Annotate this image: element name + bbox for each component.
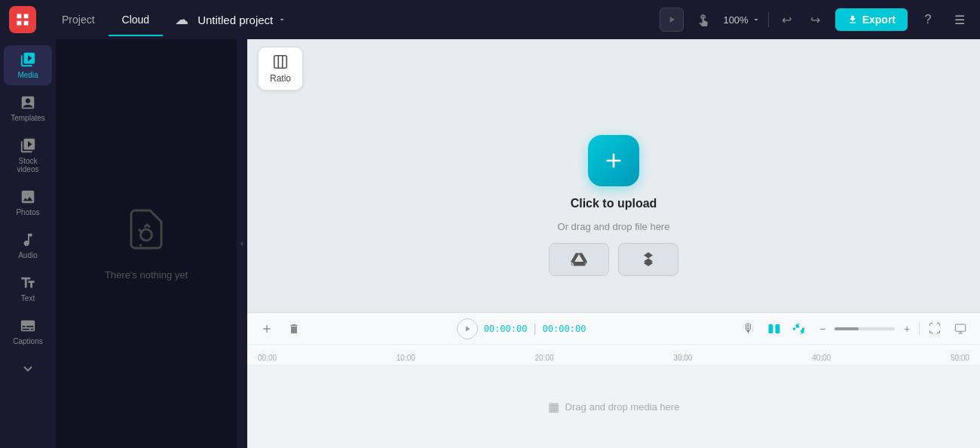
sidebar-item-stock-videos[interactable]: Stock videos — [4, 131, 52, 180]
timecode-current: 00:00:00 — [484, 324, 528, 334]
cloud-icon: ☁ — [175, 11, 188, 28]
snap-button[interactable] — [789, 318, 810, 339]
ruler-mark-3: 30:00 — [673, 354, 692, 362]
cloud-upload-buttons — [549, 243, 678, 276]
canvas-toolbar: Ratio — [247, 39, 980, 98]
timeline: 00:00:00 | 00:00:00 🎙 − — [247, 312, 980, 448]
sidebar-item-photos[interactable]: Photos — [4, 183, 52, 222]
canvas-timeline-area: Ratio Click to upload Or drag and drop f… — [247, 39, 980, 448]
timeline-playback: 00:00:00 | 00:00:00 — [457, 318, 586, 339]
main-layout: Media Templates Stock videos Photos Audi… — [0, 39, 980, 448]
sidebar-item-templates-label: Templates — [11, 114, 45, 122]
empty-state-text: There's nothing yet — [105, 269, 188, 281]
sidebar-item-media-label: Media — [17, 71, 38, 79]
tab-cloud[interactable]: Cloud — [109, 9, 164, 30]
tab-project[interactable]: Project — [48, 9, 109, 30]
timeline-toolbar: 00:00:00 | 00:00:00 🎙 − — [247, 313, 980, 345]
sidebar-item-stock-videos-label: Stock videos — [7, 157, 49, 173]
upload-area: Click to upload Or drag and drop file he… — [549, 135, 678, 276]
drag-drop-label: Drag and drop media here — [565, 401, 680, 413]
svg-rect-2 — [274, 56, 287, 69]
media-panel: There's nothing yet — [56, 39, 237, 448]
header-center: ☁ Untitled project 100% ↩ ↪ Export ? — [175, 8, 971, 32]
header-tabs: Project Cloud — [48, 9, 163, 30]
ruler-marks: 00:00 10:00 20:00 30:00 40:00 50:00 — [247, 354, 980, 362]
sidebar: Media Templates Stock videos Photos Audi… — [0, 39, 56, 448]
sidebar-item-templates[interactable]: Templates — [4, 88, 52, 128]
svg-point-0 — [140, 229, 152, 241]
split-tool-button[interactable] — [256, 318, 277, 339]
timeline-tracks[interactable]: ▦ Drag and drop media here — [247, 366, 980, 448]
zoom-slider[interactable] — [835, 327, 895, 330]
microphone-button[interactable]: 🎙 — [738, 318, 759, 339]
fullscreen-button[interactable]: ⛶ — [924, 318, 945, 339]
settings-button[interactable] — [950, 318, 971, 339]
divider — [919, 323, 920, 335]
ratio-button[interactable]: Ratio — [258, 47, 303, 91]
zoom-in-button[interactable]: + — [899, 321, 914, 336]
sidebar-item-captions[interactable]: Captions — [4, 311, 52, 351]
sidebar-item-audio[interactable]: Audio — [4, 226, 52, 265]
panel-collapse-handle[interactable] — [237, 39, 247, 448]
delete-tool-button[interactable] — [283, 318, 305, 339]
timecode-divider: | — [533, 322, 536, 336]
timecode-total: 00:00:00 — [543, 324, 586, 334]
sidebar-item-audio-label: Audio — [18, 251, 38, 259]
sidebar-item-more[interactable] — [4, 354, 52, 383]
sidebar-item-text-label: Text — [21, 294, 35, 302]
timeline-play-button[interactable] — [457, 318, 478, 339]
upload-button[interactable] — [588, 135, 639, 186]
ruler-mark-4: 40:00 — [812, 354, 831, 362]
ruler-mark-1: 10:00 — [397, 354, 415, 362]
google-drive-button[interactable] — [549, 243, 609, 276]
timeline-right-tools: 🎙 − + ⛶ — [738, 318, 971, 339]
empty-state-icon — [124, 207, 169, 260]
zoom-control[interactable]: 100% — [723, 14, 760, 26]
sidebar-item-text[interactable]: Text — [4, 268, 52, 308]
ruler-mark-5: 50:00 — [951, 354, 969, 362]
canvas-area: Ratio Click to upload Or drag and drop f… — [247, 39, 980, 312]
header-controls: 100% ↩ ↪ — [660, 8, 825, 32]
ruler-mark-2: 20:00 — [535, 354, 554, 362]
panel-empty-state: There's nothing yet — [105, 207, 188, 281]
upload-secondary-text: Or drag and drop file here — [558, 221, 670, 232]
sidebar-item-captions-label: Captions — [13, 337, 42, 345]
ratio-label: Ratio — [270, 73, 291, 84]
header: Project Cloud ☁ Untitled project 100% ↩ … — [0, 0, 980, 39]
export-button[interactable]: Export — [835, 8, 908, 31]
split-clip-button[interactable] — [764, 318, 785, 339]
drag-drop-media-hint: ▦ Drag and drop media here — [548, 400, 680, 414]
redo-button[interactable]: ↪ — [805, 9, 826, 30]
svg-rect-5 — [955, 324, 965, 331]
divider — [768, 12, 769, 27]
sidebar-item-photos-label: Photos — [16, 208, 39, 216]
preview-play-button[interactable] — [660, 8, 684, 32]
undo-button[interactable]: ↩ — [776, 9, 798, 30]
zoom-out-button[interactable]: − — [815, 321, 830, 336]
svg-rect-3 — [769, 324, 773, 333]
app-logo[interactable] — [9, 6, 36, 33]
sidebar-item-media[interactable]: Media — [4, 45, 52, 85]
help-button[interactable]: ? — [917, 8, 939, 31]
canvas-content: Click to upload Or drag and drop file he… — [247, 98, 980, 312]
timeline-ruler: 00:00 10:00 20:00 30:00 40:00 50:00 — [247, 345, 980, 366]
project-name[interactable]: Untitled project — [198, 14, 286, 26]
ruler-mark-0: 00:00 — [258, 354, 277, 362]
film-icon: ▦ — [548, 400, 559, 414]
upload-primary-text: Click to upload — [571, 197, 657, 210]
svg-rect-4 — [776, 324, 780, 333]
menu-button[interactable]: ☰ — [948, 8, 971, 31]
hand-tool-button[interactable] — [691, 8, 715, 32]
dropbox-button[interactable] — [618, 243, 678, 276]
